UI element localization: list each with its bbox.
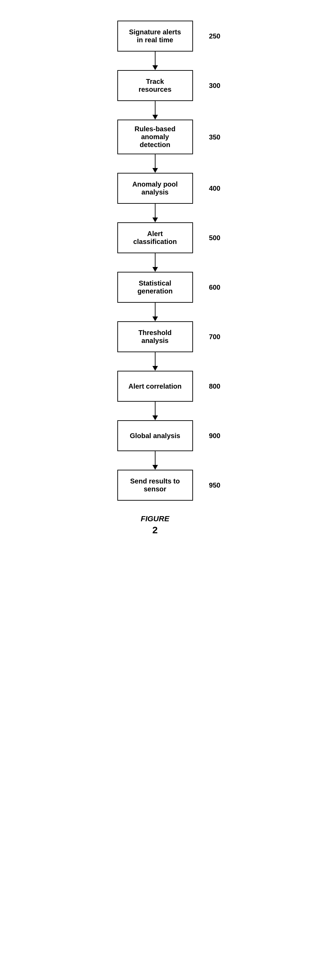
step-8-box: Alert correlation bbox=[117, 371, 193, 402]
step-6: Statisticalgeneration600 bbox=[117, 272, 193, 303]
step-8-ref: 800 bbox=[209, 382, 220, 390]
arrow-line-4 bbox=[155, 253, 155, 267]
arrow-head-3 bbox=[152, 218, 158, 222]
step-5-box: Alertclassification bbox=[117, 222, 193, 253]
diagram-container: Signature alertsin real time250Trackreso… bbox=[0, 0, 310, 980]
flow-chart: Signature alertsin real time250Trackreso… bbox=[117, 21, 193, 501]
step-3-box: Rules-basedanomalydetection bbox=[117, 119, 193, 154]
step-2: Trackresources300 bbox=[117, 70, 193, 101]
figure-number: 2 bbox=[141, 525, 169, 536]
step-4: Anomaly poolanalysis400 bbox=[117, 173, 193, 204]
step-1-box: Signature alertsin real time bbox=[117, 21, 193, 51]
step-7: Thresholdanalysis700 bbox=[117, 321, 193, 352]
arrow-line-5 bbox=[155, 303, 155, 317]
step-9: Global analysis900 bbox=[117, 420, 193, 451]
step-8: Alert correlation800 bbox=[117, 371, 193, 402]
step-3: Rules-basedanomalydetection350 bbox=[117, 119, 193, 154]
step-5-ref: 500 bbox=[209, 234, 220, 242]
arrow-2 bbox=[152, 154, 158, 173]
arrow-line-0 bbox=[155, 51, 155, 65]
step-9-box: Global analysis bbox=[117, 420, 193, 451]
arrow-head-2 bbox=[152, 168, 158, 173]
arrow-3 bbox=[152, 204, 158, 222]
arrow-head-0 bbox=[152, 65, 158, 70]
figure-text: FIGURE bbox=[141, 514, 169, 523]
arrow-0 bbox=[152, 51, 158, 70]
arrow-head-8 bbox=[152, 465, 158, 470]
step-7-ref: 700 bbox=[209, 333, 220, 341]
step-4-box: Anomaly poolanalysis bbox=[117, 173, 193, 204]
step-5: Alertclassification500 bbox=[117, 222, 193, 253]
step-2-ref: 300 bbox=[209, 82, 220, 90]
arrow-5 bbox=[152, 303, 158, 321]
arrow-head-6 bbox=[152, 366, 158, 371]
step-4-ref: 400 bbox=[209, 185, 220, 192]
arrow-head-4 bbox=[152, 267, 158, 272]
step-9-ref: 900 bbox=[209, 432, 220, 440]
arrow-line-2 bbox=[155, 154, 155, 168]
arrow-7 bbox=[152, 402, 158, 420]
step-10: Send results tosensor950 bbox=[117, 470, 193, 501]
arrow-line-6 bbox=[155, 352, 155, 366]
step-1: Signature alertsin real time250 bbox=[117, 21, 193, 51]
step-1-ref: 250 bbox=[209, 32, 220, 40]
arrow-6 bbox=[152, 352, 158, 371]
arrow-4 bbox=[152, 253, 158, 272]
arrow-head-1 bbox=[152, 115, 158, 119]
step-2-box: Trackresources bbox=[117, 70, 193, 101]
arrow-head-5 bbox=[152, 317, 158, 321]
arrow-8 bbox=[152, 451, 158, 470]
step-6-ref: 600 bbox=[209, 283, 220, 291]
arrow-line-3 bbox=[155, 204, 155, 218]
arrow-head-7 bbox=[152, 415, 158, 420]
step-6-box: Statisticalgeneration bbox=[117, 272, 193, 303]
step-7-box: Thresholdanalysis bbox=[117, 321, 193, 352]
arrow-line-1 bbox=[155, 101, 155, 115]
step-10-ref: 950 bbox=[209, 481, 220, 489]
step-10-box: Send results tosensor bbox=[117, 470, 193, 501]
arrow-line-7 bbox=[155, 402, 155, 415]
figure-label: FIGURE 2 bbox=[141, 514, 169, 536]
arrow-1 bbox=[152, 101, 158, 119]
arrow-line-8 bbox=[155, 451, 155, 465]
step-3-ref: 350 bbox=[209, 133, 220, 141]
